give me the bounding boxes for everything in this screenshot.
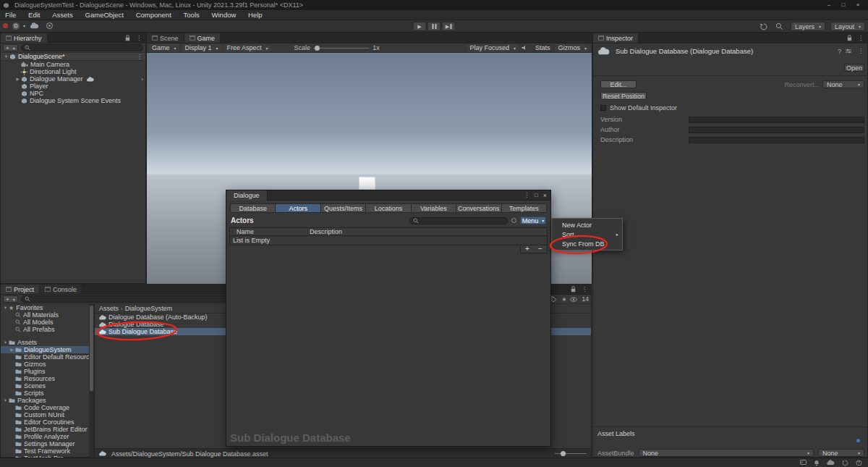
kebab-menu-icon[interactable]: ⋮ <box>136 35 142 41</box>
package-test-framework[interactable]: Test Framework <box>1 447 89 455</box>
tab-quests-items[interactable]: Quests/Items <box>321 203 366 213</box>
status-refresh-icon[interactable] <box>842 460 848 466</box>
lock-icon[interactable] <box>847 35 852 41</box>
column-header-name[interactable]: Name <box>237 228 310 235</box>
hierarchy-item-npc[interactable]: NPC <box>1 90 145 97</box>
assetbundle-dropdown[interactable]: None▾ <box>639 449 814 457</box>
favorite-all-models[interactable]: All Models <box>1 319 89 326</box>
lock-icon[interactable] <box>125 35 130 41</box>
package-custom-nunit[interactable]: Custom NUnit <box>1 411 89 418</box>
favorite-all-materials[interactable]: All Materials <box>1 311 89 319</box>
gizmos-dropdown[interactable]: Gizmos▾ <box>555 44 590 52</box>
status-cloud-icon[interactable] <box>827 460 835 466</box>
minimize-button[interactable]: – <box>822 0 836 10</box>
packages-root-folder[interactable]: ▼ Packages <box>1 397 89 404</box>
stats-button[interactable]: Stats <box>533 44 553 51</box>
icon-size-slider[interactable] <box>555 450 587 457</box>
hierarchy-search-input[interactable] <box>21 44 143 51</box>
menu-help[interactable]: Help <box>243 10 268 20</box>
create-add-button[interactable]: +▾ <box>3 44 18 51</box>
layout-dropdown[interactable]: Layout▾ <box>830 22 865 31</box>
status-console-icon[interactable] <box>800 460 807 466</box>
menu-component[interactable]: Component <box>131 10 176 20</box>
actors-search-input[interactable] <box>409 217 508 224</box>
menu-item-new-actor[interactable]: New Actor <box>552 220 622 230</box>
open-button[interactable]: Open <box>844 64 864 72</box>
menu-assets[interactable]: Assets <box>47 10 78 20</box>
hidden-packages-eye-icon[interactable] <box>570 297 577 302</box>
hierarchy-item-main-camera[interactable]: Main Camera <box>1 61 145 68</box>
favorite-all-prefabs[interactable]: All Prefabs <box>1 326 89 333</box>
chevron-right-icon[interactable]: › <box>141 76 143 83</box>
mute-audio-icon[interactable] <box>522 45 528 51</box>
console-tab[interactable]: Console <box>40 285 82 294</box>
package-jetbrains-rider-editor[interactable]: JetBrains Rider Editor <box>1 426 89 433</box>
saved-search-star-icon[interactable]: ★ <box>561 296 566 303</box>
assetbundle-variant-dropdown[interactable]: None▾ <box>818 449 864 457</box>
foldout-closed-icon[interactable]: ▶ <box>14 77 21 81</box>
display-dropdown[interactable]: Display 1▾ <box>182 44 221 52</box>
column-header-description[interactable]: Description <box>310 228 342 235</box>
cloud-services-icon[interactable] <box>30 22 39 29</box>
author-field[interactable] <box>689 127 864 133</box>
menu-file[interactable]: File <box>0 10 21 20</box>
kebab-menu-icon[interactable]: ⋮ <box>858 48 864 54</box>
add-actor-button[interactable]: + <box>521 245 534 253</box>
menu-gameobject[interactable]: GameObject <box>80 10 129 20</box>
aspect-ratio-dropdown[interactable]: Free Aspect▾ <box>224 44 271 52</box>
tab-templates[interactable]: Templates <box>502 203 547 213</box>
menu-tools[interactable]: Tools <box>179 10 205 20</box>
package-profile-analyzer[interactable]: Profile Analyzer <box>1 433 89 440</box>
services-icon[interactable] <box>46 22 54 30</box>
reset-position-button[interactable]: Reset Position <box>600 92 647 100</box>
play-focused-dropdown[interactable]: Play Focused▾ <box>467 44 519 52</box>
maximize-button[interactable]: □ <box>836 0 851 10</box>
create-asset-button[interactable]: +▾ <box>3 295 18 303</box>
reconvert-dropdown[interactable]: None▾ <box>822 80 864 88</box>
tree-scrollbar-thumb[interactable] <box>90 306 93 391</box>
close-icon[interactable]: × <box>543 192 547 199</box>
scene-view-tab[interactable]: Scene <box>147 33 184 43</box>
tab-actors[interactable]: Actors <box>276 203 320 213</box>
edit-button[interactable]: Edit... <box>600 80 637 88</box>
folder-scripts[interactable]: Scripts <box>1 390 89 397</box>
pause-button[interactable] <box>427 22 441 31</box>
step-button[interactable]: ▶ <box>442 22 456 31</box>
hierarchy-item-dialogue-manager[interactable]: ▶ Dialogue Manager › <box>1 75 145 83</box>
kebab-menu-icon[interactable]: ⋮ <box>582 286 587 293</box>
menu-window[interactable]: Window <box>207 10 242 20</box>
menu-item-sort[interactable]: Sort ▸ <box>552 230 622 239</box>
version-field[interactable] <box>689 117 864 123</box>
package-settings-manager[interactable]: Settings Manager <box>1 440 89 447</box>
menu-dropdown-button[interactable]: Menu▾ <box>520 216 546 224</box>
layers-dropdown[interactable]: Layers▾ <box>791 22 825 31</box>
folder-editor-default-resources[interactable]: Editor Default Resources <box>1 353 89 361</box>
lock-icon[interactable] <box>571 286 576 293</box>
breadcrumb-current[interactable]: DialogueSystem <box>125 305 173 312</box>
game-target-dropdown[interactable]: Game▾ <box>149 44 179 52</box>
folder-plugins[interactable]: Plugins <box>1 368 89 375</box>
hierarchy-item-dialogue-system-scene-events[interactable]: Dialogue System Scene Events <box>1 97 145 104</box>
kebab-menu-icon[interactable]: ⋮ <box>858 35 864 41</box>
favorites-group[interactable]: ▼ ★ Favorites <box>1 304 89 311</box>
package-editor-coroutines[interactable]: Editor Coroutines <box>1 418 89 426</box>
maximize-icon[interactable]: □ <box>535 192 538 198</box>
status-progress-icon[interactable] <box>856 460 862 466</box>
show-default-inspector-checkbox[interactable] <box>600 105 606 111</box>
foldout-open-icon[interactable]: ▼ <box>3 54 9 59</box>
scale-slider[interactable] <box>313 45 370 51</box>
kebab-menu-icon[interactable]: ⋮ <box>137 54 142 60</box>
tab-database[interactable]: Database <box>230 203 276 213</box>
tree-scrollbar[interactable] <box>89 304 94 458</box>
menu-edit[interactable]: Edit <box>23 10 45 20</box>
game-view-tab[interactable]: Game <box>184 33 221 43</box>
tab-variables[interactable]: Variables <box>412 203 456 213</box>
inspector-tab[interactable]: Inspector <box>593 33 639 43</box>
close-button[interactable]: × <box>851 0 865 10</box>
hierarchy-item-player[interactable]: Player <box>1 83 145 90</box>
description-field[interactable] <box>689 137 864 143</box>
package-code-coverage[interactable]: Code Coverage <box>1 404 89 411</box>
folder-gizmos[interactable]: Gizmos <box>1 361 89 368</box>
kebab-menu-icon[interactable]: ⋮ <box>524 192 529 198</box>
search-icon[interactable] <box>775 22 783 30</box>
